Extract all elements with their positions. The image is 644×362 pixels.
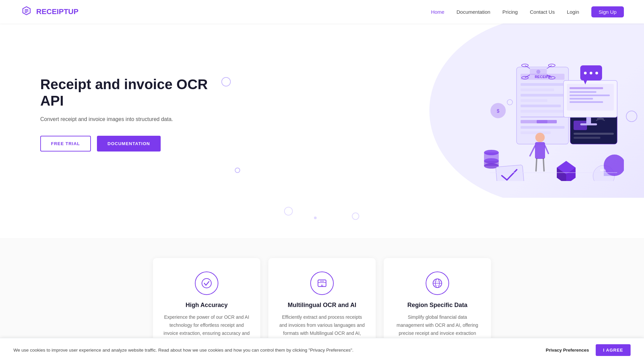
svg-rect-25 — [570, 87, 603, 89]
hero-content: Receipt and invoice OCR API Convert rece… — [40, 76, 215, 151]
svg-rect-13 — [521, 110, 565, 113]
svg-rect-28 — [570, 98, 593, 100]
cookie-banner: We use cookies to improve user experienc… — [0, 338, 644, 362]
nav-pricing[interactable]: Pricing — [502, 9, 518, 15]
nav-documentation[interactable]: Documentation — [457, 9, 490, 15]
nav-contact[interactable]: Contact Us — [530, 9, 555, 15]
hero-illustration: RECEIPT — [463, 47, 624, 181]
hero-buttons: FREE TRIAL DOCUMENTATION — [40, 136, 215, 152]
svg-rect-31 — [580, 123, 597, 125]
globe-icon — [432, 278, 443, 289]
svg-line-58 — [536, 159, 537, 171]
svg-point-33 — [536, 70, 540, 74]
svg-point-71 — [314, 217, 317, 219]
svg-line-57 — [545, 146, 548, 154]
feature-icon-multilingual: AI — [310, 272, 334, 295]
svg-rect-55 — [535, 142, 545, 159]
svg-point-53 — [595, 72, 598, 74]
svg-point-70 — [352, 213, 359, 220]
feature-title-region: Region Specific Data — [394, 302, 481, 309]
navbar: RECEIPTUP Home Documentation Pricing Con… — [0, 0, 644, 23]
svg-point-72 — [202, 279, 211, 288]
svg-rect-14 — [521, 117, 565, 117]
cookie-text: We use cookies to improve user experienc… — [13, 348, 546, 353]
hero-subtitle: Convert receipt and invoice images into … — [40, 115, 215, 124]
svg-rect-22 — [574, 137, 600, 139]
deco-circle-1 — [221, 77, 231, 86]
svg-rect-29 — [570, 101, 603, 103]
nav-home[interactable]: Home — [431, 9, 444, 15]
wave-section — [0, 198, 644, 225]
svg-text:64%: 64% — [600, 169, 606, 172]
feature-icon-region — [426, 272, 449, 295]
svg-point-69 — [284, 207, 292, 215]
svg-rect-12 — [521, 105, 561, 107]
cookie-agree-button[interactable]: I AGREE — [596, 344, 631, 356]
svg-point-46 — [484, 150, 499, 155]
feature-title-multilingual: Multilingual OCR and AI — [278, 302, 366, 309]
svg-text:AI: AI — [321, 284, 323, 287]
wave-svg — [0, 198, 644, 225]
svg-rect-27 — [570, 95, 610, 96]
svg-rect-11 — [521, 99, 547, 102]
svg-line-56 — [530, 146, 535, 156]
svg-rect-10 — [521, 94, 565, 97]
svg-rect-16 — [537, 120, 557, 123]
hero-svg: RECEIPT — [463, 47, 624, 181]
svg-rect-26 — [570, 91, 596, 93]
svg-rect-21 — [574, 133, 614, 135]
documentation-button[interactable]: DOCUMENTATION — [97, 136, 161, 152]
hero-title: Receipt and invoice OCR API — [40, 76, 215, 109]
logo-text: RECEIPTUP — [36, 7, 78, 16]
logo-icon — [20, 5, 33, 18]
svg-point-52 — [590, 72, 592, 74]
svg-point-54 — [535, 133, 545, 142]
svg-rect-48 — [484, 161, 499, 166]
svg-text:$: $ — [497, 108, 499, 114]
feature-icon-accuracy — [195, 272, 218, 295]
svg-rect-18 — [521, 131, 551, 134]
svg-rect-17 — [521, 126, 565, 129]
hero-section: Receipt and invoice OCR API Convert rece… — [0, 23, 644, 198]
nav-links: Home Documentation Pricing Contact Us Lo… — [431, 6, 624, 17]
svg-rect-8 — [521, 83, 565, 86]
deco-circle-2 — [235, 168, 240, 173]
free-trial-button[interactable]: FREE TRIAL — [40, 136, 91, 152]
privacy-preferences-button[interactable]: Privacy Preferences — [546, 348, 589, 353]
check-icon — [201, 278, 212, 289]
ai-icon: AI — [317, 278, 327, 289]
svg-line-59 — [543, 159, 544, 171]
svg-point-67 — [507, 100, 513, 105]
deco-circle-3 — [626, 111, 637, 122]
feature-title-accuracy: High Accuracy — [163, 302, 250, 309]
nav-signup[interactable]: Sign Up — [591, 6, 624, 17]
svg-point-51 — [584, 72, 587, 74]
svg-rect-60 — [496, 165, 524, 181]
nav-login[interactable]: Login — [567, 9, 579, 15]
svg-rect-30 — [586, 117, 591, 124]
logo-link[interactable]: RECEIPTUP — [20, 5, 78, 18]
svg-rect-9 — [521, 88, 554, 91]
